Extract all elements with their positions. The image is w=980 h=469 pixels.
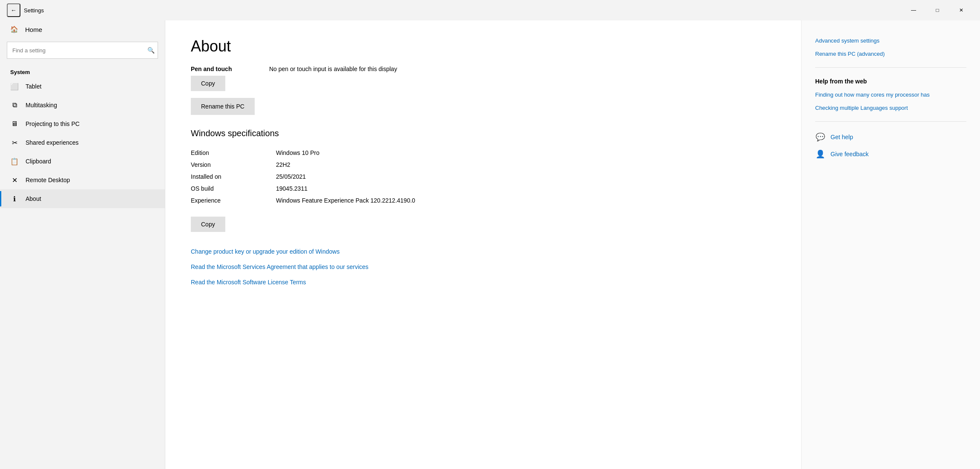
- sidebar-item-label: Remote Desktop: [26, 177, 70, 183]
- right-divider-1: [815, 67, 966, 68]
- give-feedback-label[interactable]: Give feedback: [831, 151, 869, 157]
- spec-row-edition: Edition Windows 10 Pro: [191, 147, 776, 159]
- spec-row-experience: Experience Windows Feature Experience Pa…: [191, 194, 776, 206]
- spec-row-installed: Installed on 25/05/2021: [191, 171, 776, 183]
- projecting-icon: 🖥: [10, 120, 19, 128]
- home-icon: 🏠: [10, 26, 18, 33]
- about-icon: ℹ: [10, 194, 19, 203]
- maximize-button[interactable]: □: [925, 2, 949, 19]
- cores-help-link[interactable]: Finding out how many cores my processor …: [815, 92, 966, 98]
- pen-touch-row: Pen and touch No pen or touch input is a…: [191, 66, 776, 72]
- get-help-label[interactable]: Get help: [831, 134, 853, 140]
- spec-value-installed: 25/05/2021: [276, 173, 306, 180]
- back-button[interactable]: ←: [7, 3, 20, 17]
- spec-value-osbuild: 19045.2311: [276, 185, 308, 192]
- close-button[interactable]: ✕: [949, 2, 973, 19]
- spec-value-version: 22H2: [276, 161, 290, 168]
- spec-label-experience: Experience: [191, 197, 276, 204]
- home-label: Home: [25, 26, 42, 33]
- clipboard-icon: 📋: [10, 157, 19, 166]
- software-license-link[interactable]: Read the Microsoft Software License Term…: [191, 277, 306, 287]
- sidebar-section-label: System: [0, 66, 165, 77]
- sidebar-item-projecting[interactable]: 🖥 Projecting to this PC: [0, 114, 165, 133]
- sidebar: 🏠 Home 🔍 System ⬜ Tablet ⧉ Multitasking …: [0, 20, 165, 469]
- window-controls: — □ ✕: [902, 2, 973, 19]
- rename-pc-button[interactable]: Rename this PC: [191, 98, 255, 115]
- sidebar-item-multitasking[interactable]: ⧉ Multitasking: [0, 96, 165, 114]
- sidebar-item-tablet[interactable]: ⬜ Tablet: [0, 77, 165, 96]
- get-help-action[interactable]: 💬 Get help: [815, 132, 966, 142]
- languages-help-link[interactable]: Checking multiple Languages support: [815, 105, 966, 111]
- spec-label-version: Version: [191, 161, 276, 168]
- tablet-icon: ⬜: [10, 82, 19, 91]
- sidebar-item-clipboard[interactable]: 📋 Clipboard: [0, 152, 165, 171]
- sidebar-item-label: Tablet: [26, 83, 41, 90]
- sidebar-item-label: Multitasking: [26, 102, 57, 109]
- sidebar-item-remote-desktop[interactable]: ✕ Remote Desktop: [0, 171, 165, 189]
- title-bar: ← Settings — □ ✕: [0, 0, 980, 20]
- spec-row-version: Version 22H2: [191, 159, 776, 171]
- search-icon[interactable]: 🔍: [147, 47, 155, 54]
- sidebar-item-home[interactable]: 🏠 Home: [0, 20, 165, 38]
- minimize-button[interactable]: —: [902, 2, 925, 19]
- sidebar-item-label: Shared experiences: [26, 139, 79, 146]
- page-title: About: [191, 37, 776, 55]
- sidebar-item-label: Projecting to this PC: [26, 120, 80, 127]
- search-input[interactable]: [7, 42, 158, 59]
- sidebar-item-shared-experiences[interactable]: ✂ Shared experiences: [0, 133, 165, 152]
- right-divider-2: [815, 121, 966, 122]
- pen-touch-value: No pen or touch input is available for t…: [269, 66, 397, 72]
- copy-button-2[interactable]: Copy: [191, 217, 225, 232]
- main-content: About Pen and touch No pen or touch inpu…: [165, 20, 801, 469]
- copy-button-1[interactable]: Copy: [191, 76, 225, 91]
- give-feedback-action[interactable]: 👤 Give feedback: [815, 149, 966, 159]
- spec-label-osbuild: OS build: [191, 185, 276, 192]
- app-body: 🏠 Home 🔍 System ⬜ Tablet ⧉ Multitasking …: [0, 20, 980, 469]
- app-title: Settings: [24, 7, 44, 14]
- rename-advanced-link[interactable]: Rename this PC (advanced): [815, 51, 966, 57]
- advanced-system-link[interactable]: Advanced system settings: [815, 37, 966, 44]
- multitasking-icon: ⧉: [10, 101, 19, 109]
- search-container: 🔍: [7, 42, 158, 59]
- microsoft-services-link[interactable]: Read the Microsoft Services Agreement th…: [191, 262, 368, 272]
- get-help-icon: 💬: [815, 132, 825, 142]
- change-product-key-link[interactable]: Change product key or upgrade your editi…: [191, 246, 339, 257]
- spec-table: Edition Windows 10 Pro Version 22H2 Inst…: [191, 147, 776, 206]
- spec-value-edition: Windows 10 Pro: [276, 149, 319, 156]
- spec-value-experience: Windows Feature Experience Pack 120.2212…: [276, 197, 415, 204]
- pen-touch-label: Pen and touch: [191, 66, 259, 72]
- sidebar-item-label: About: [26, 195, 41, 202]
- sidebar-item-about[interactable]: ℹ About: [0, 189, 165, 208]
- right-panel: Advanced system settings Rename this PC …: [801, 20, 980, 469]
- spec-label-edition: Edition: [191, 149, 276, 156]
- spec-label-installed: Installed on: [191, 173, 276, 180]
- sidebar-item-label: Clipboard: [26, 158, 51, 165]
- spec-row-osbuild: OS build 19045.2311: [191, 183, 776, 194]
- help-section-title: Help from the web: [815, 78, 966, 85]
- remote-desktop-icon: ✕: [10, 176, 19, 184]
- shared-experiences-icon: ✂: [10, 138, 19, 147]
- give-feedback-icon: 👤: [815, 149, 825, 159]
- windows-spec-title: Windows specifications: [191, 129, 776, 138]
